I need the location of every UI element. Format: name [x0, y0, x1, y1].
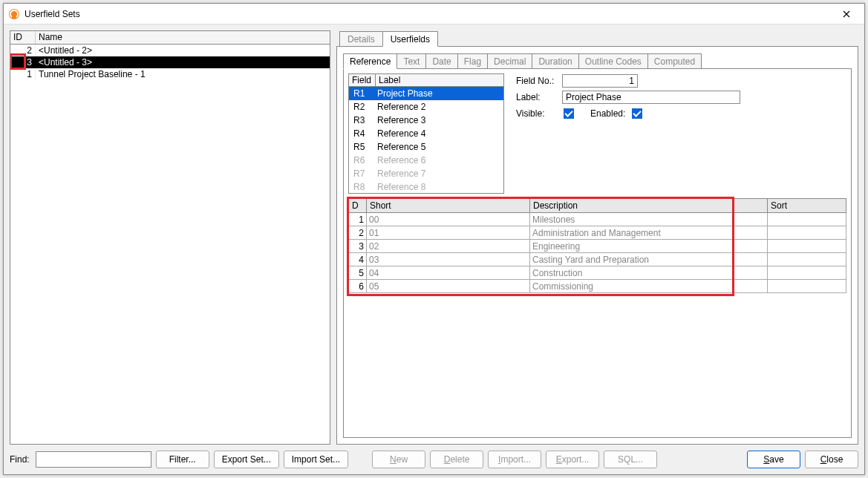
fieldno-input[interactable]: [562, 74, 638, 88]
close-button[interactable]: [833, 6, 860, 22]
find-label: Find:: [10, 454, 30, 465]
sets-col-name[interactable]: Name: [36, 31, 330, 44]
field-row[interactable]: R7Reference 7: [349, 167, 503, 180]
field-row[interactable]: R6Reference 6: [349, 154, 503, 167]
fieldlist-col-field[interactable]: Field: [349, 74, 376, 86]
subtab-text[interactable]: Text: [397, 53, 426, 68]
field-list-header: Field Label: [348, 73, 504, 87]
label-label: Label:: [516, 92, 562, 102]
form-area: Field No.: Label: Visible:: [516, 73, 846, 194]
lookup-col-short[interactable]: Short: [367, 199, 530, 213]
subtab-outline-codes[interactable]: Outline Codes: [578, 53, 648, 68]
subtab-computed[interactable]: Computed: [647, 53, 702, 68]
lookup-table: D Short Description Sort 100Milestones20…: [348, 198, 846, 293]
enabled-label: Enabled:: [590, 108, 630, 119]
close-button-footer[interactable]: Close: [805, 451, 858, 468]
subtab-decimal[interactable]: Decimal: [487, 53, 532, 68]
field-list-wrap: Field Label R1Project PhaseR2Reference 2…: [348, 73, 504, 194]
exportset-button[interactable]: Export Set...: [214, 451, 279, 468]
subtab-date[interactable]: Date: [425, 53, 457, 68]
subtab-content: Field Label R1Project PhaseR2Reference 2…: [343, 69, 852, 438]
fieldno-label: Field No.:: [516, 76, 562, 86]
app-icon: [8, 8, 20, 20]
import-button[interactable]: Import...: [488, 451, 541, 468]
field-row[interactable]: R8Reference 8: [349, 180, 503, 194]
upper-area: Field Label R1Project PhaseR2Reference 2…: [348, 73, 846, 194]
left-panel: ID Name 2<Untitled - 2>3<Untitled - 3>1T…: [10, 30, 330, 445]
lookup-col-d[interactable]: D: [349, 199, 367, 213]
sets-col-id[interactable]: ID: [10, 31, 36, 44]
export-button[interactable]: Export...: [546, 451, 599, 468]
sets-row[interactable]: 2<Untitled - 2>: [10, 45, 330, 56]
tab-userfields[interactable]: Userfields: [382, 31, 438, 47]
subtab-duration[interactable]: Duration: [532, 53, 578, 68]
subtab-reference[interactable]: Reference: [343, 53, 397, 69]
new-button[interactable]: New: [372, 451, 425, 468]
main: ID Name 2<Untitled - 2>3<Untitled - 3>1T…: [10, 30, 858, 445]
right-panel: DetailsUserfields ReferenceTextDateFlagD…: [336, 30, 858, 445]
window-title: Userfield Sets: [25, 9, 833, 19]
body: ID Name 2<Untitled - 2>3<Untitled - 3>1T…: [4, 24, 864, 474]
lookup-row[interactable]: 100Milestones: [349, 213, 846, 226]
field-row[interactable]: R3Reference 3: [349, 114, 503, 127]
lookup-row[interactable]: 201Administration and Management: [349, 226, 846, 240]
sets-header: ID Name: [10, 31, 330, 45]
lookup-scroll[interactable]: D Short Description Sort 100Milestones20…: [348, 198, 846, 433]
importset-button[interactable]: Import Set...: [284, 451, 348, 468]
tab-content: ReferenceTextDateFlagDecimalDurationOutl…: [336, 47, 858, 445]
tabs: DetailsUserfields: [336, 30, 858, 47]
sets-list: ID Name 2<Untitled - 2>3<Untitled - 3>1T…: [10, 30, 330, 445]
field-list[interactable]: R1Project PhaseR2Reference 2R3Reference …: [348, 87, 504, 194]
fieldlist-col-label[interactable]: Label: [376, 74, 503, 86]
lookup-row[interactable]: 605Commissioning: [349, 280, 846, 293]
visible-label: Visible:: [516, 108, 562, 119]
lookup-area: D Short Description Sort 100Milestones20…: [348, 198, 846, 433]
find-input[interactable]: [36, 451, 151, 468]
lookup-row[interactable]: 302Engineering: [349, 240, 846, 253]
visible-checkbox[interactable]: [564, 108, 574, 119]
sets-row[interactable]: 3<Untitled - 3>: [10, 56, 330, 68]
footer: Find: Filter... Export Set... Import Set…: [10, 451, 858, 468]
label-input[interactable]: [562, 91, 740, 104]
field-row[interactable]: R2Reference 2: [349, 100, 503, 114]
filter-button[interactable]: Filter...: [156, 451, 209, 468]
save-button[interactable]: Save: [747, 451, 800, 468]
sql-button[interactable]: SQL...: [604, 451, 657, 468]
subtab-flag[interactable]: Flag: [457, 53, 488, 68]
delete-button[interactable]: Delete: [430, 451, 483, 468]
lookup-col-sort[interactable]: Sort: [768, 199, 846, 213]
field-row[interactable]: R1Project Phase: [349, 87, 503, 100]
lookup-row[interactable]: 403Casting Yard and Preparation: [349, 253, 846, 266]
window: Userfield Sets ID Name 2<Untitled - 2>3<…: [3, 3, 865, 475]
enabled-checkbox[interactable]: [632, 108, 642, 119]
lookup-col-desc[interactable]: Description: [530, 199, 768, 213]
subtabs: ReferenceTextDateFlagDecimalDurationOutl…: [343, 53, 852, 69]
sets-row[interactable]: 1Tunnel Project Baseline - 1: [10, 68, 330, 80]
tab-details[interactable]: Details: [339, 31, 383, 46]
field-row[interactable]: R4Reference 4: [349, 127, 503, 140]
sets-rows: 2<Untitled - 2>3<Untitled - 3>1Tunnel Pr…: [10, 45, 330, 80]
lookup-row[interactable]: 504Construction: [349, 266, 846, 280]
field-row[interactable]: R5Reference 5: [349, 140, 503, 154]
titlebar: Userfield Sets: [4, 4, 864, 24]
